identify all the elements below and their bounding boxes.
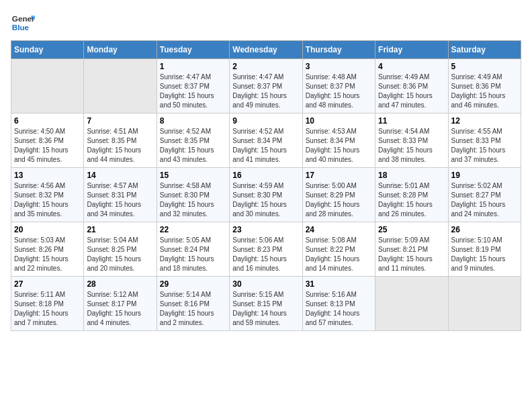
day-info: Sunrise: 4:55 AMSunset: 8:33 PMDaylight:… bbox=[451, 127, 518, 165]
day-number: 10 bbox=[306, 116, 372, 126]
weekday-header: Tuesday bbox=[157, 41, 229, 59]
calendar-day-cell: 3Sunrise: 4:48 AMSunset: 8:37 PMDaylight… bbox=[302, 59, 375, 113]
day-info: Sunrise: 5:11 AMSunset: 8:18 PMDaylight:… bbox=[14, 290, 81, 328]
day-number: 13 bbox=[14, 171, 81, 180]
calendar-day-cell: 4Sunrise: 4:49 AMSunset: 8:36 PMDaylight… bbox=[375, 59, 448, 113]
calendar-week-row: 6Sunrise: 4:50 AMSunset: 8:36 PMDaylight… bbox=[11, 113, 521, 168]
day-info: Sunrise: 4:52 AMSunset: 8:34 PMDaylight:… bbox=[232, 127, 299, 165]
day-number: 14 bbox=[87, 171, 153, 180]
day-number: 7 bbox=[87, 116, 153, 126]
header-row: SundayMondayTuesdayWednesdayThursdayFrid… bbox=[11, 41, 521, 59]
day-number: 27 bbox=[14, 279, 81, 289]
day-number: 2 bbox=[232, 62, 299, 71]
calendar-day-cell: 19Sunrise: 5:02 AMSunset: 8:27 PMDayligh… bbox=[448, 168, 521, 222]
day-info: Sunrise: 5:06 AMSunset: 8:23 PMDaylight:… bbox=[232, 236, 299, 273]
calendar-table: SundayMondayTuesdayWednesdayThursdayFrid… bbox=[11, 40, 521, 331]
day-number: 16 bbox=[232, 171, 299, 180]
weekday-header: Friday bbox=[375, 41, 448, 59]
page-header: General Blue bbox=[11, 11, 521, 35]
calendar-day-cell: 31Sunrise: 5:16 AMSunset: 8:13 PMDayligh… bbox=[302, 277, 375, 331]
calendar-day-cell: 15Sunrise: 4:58 AMSunset: 8:30 PMDayligh… bbox=[157, 168, 229, 222]
calendar-day-cell: 10Sunrise: 4:53 AMSunset: 8:34 PMDayligh… bbox=[302, 113, 375, 168]
calendar-day-cell: 20Sunrise: 5:03 AMSunset: 8:26 PMDayligh… bbox=[11, 222, 84, 277]
day-number: 24 bbox=[306, 225, 372, 234]
calendar-day-cell bbox=[448, 277, 521, 331]
day-number: 4 bbox=[378, 62, 445, 71]
day-number: 28 bbox=[87, 279, 153, 289]
calendar-week-row: 20Sunrise: 5:03 AMSunset: 8:26 PMDayligh… bbox=[11, 222, 521, 277]
calendar-day-cell: 23Sunrise: 5:06 AMSunset: 8:23 PMDayligh… bbox=[230, 222, 302, 277]
day-number: 20 bbox=[14, 225, 81, 234]
day-info: Sunrise: 4:48 AMSunset: 8:37 PMDaylight:… bbox=[306, 73, 372, 110]
calendar-day-cell: 27Sunrise: 5:11 AMSunset: 8:18 PMDayligh… bbox=[11, 277, 84, 331]
weekday-header: Sunday bbox=[11, 41, 84, 59]
calendar-day-cell: 18Sunrise: 5:01 AMSunset: 8:28 PMDayligh… bbox=[375, 168, 448, 222]
day-info: Sunrise: 4:47 AMSunset: 8:37 PMDaylight:… bbox=[160, 73, 226, 110]
day-info: Sunrise: 5:12 AMSunset: 8:17 PMDaylight:… bbox=[87, 290, 153, 328]
calendar-day-cell: 16Sunrise: 4:59 AMSunset: 8:30 PMDayligh… bbox=[230, 168, 302, 222]
day-number: 17 bbox=[306, 171, 372, 180]
day-info: Sunrise: 5:04 AMSunset: 8:25 PMDaylight:… bbox=[87, 236, 153, 273]
day-number: 19 bbox=[451, 171, 518, 180]
day-info: Sunrise: 4:47 AMSunset: 8:37 PMDaylight:… bbox=[232, 73, 299, 110]
calendar-day-cell: 8Sunrise: 4:52 AMSunset: 8:35 PMDaylight… bbox=[157, 113, 229, 168]
day-number: 31 bbox=[306, 279, 372, 289]
day-number: 22 bbox=[160, 225, 226, 234]
calendar-day-cell: 13Sunrise: 4:56 AMSunset: 8:32 PMDayligh… bbox=[11, 168, 84, 222]
day-number: 15 bbox=[160, 171, 226, 180]
weekday-header: Wednesday bbox=[230, 41, 302, 59]
weekday-header: Thursday bbox=[302, 41, 375, 59]
day-number: 18 bbox=[378, 171, 445, 180]
day-number: 26 bbox=[451, 225, 518, 234]
day-number: 25 bbox=[378, 225, 445, 234]
calendar-week-row: 27Sunrise: 5:11 AMSunset: 8:18 PMDayligh… bbox=[11, 277, 521, 331]
calendar-day-cell: 6Sunrise: 4:50 AMSunset: 8:36 PMDaylight… bbox=[11, 113, 84, 168]
day-number: 6 bbox=[14, 116, 81, 126]
day-info: Sunrise: 4:53 AMSunset: 8:34 PMDaylight:… bbox=[306, 127, 372, 165]
calendar-header: SundayMondayTuesdayWednesdayThursdayFrid… bbox=[11, 41, 521, 59]
day-info: Sunrise: 5:03 AMSunset: 8:26 PMDaylight:… bbox=[14, 236, 81, 273]
logo-icon: General Blue bbox=[11, 11, 35, 35]
calendar-body: 1Sunrise: 4:47 AMSunset: 8:37 PMDaylight… bbox=[11, 59, 521, 331]
calendar-day-cell: 26Sunrise: 5:10 AMSunset: 8:19 PMDayligh… bbox=[448, 222, 521, 277]
day-info: Sunrise: 4:50 AMSunset: 8:36 PMDaylight:… bbox=[14, 127, 81, 165]
calendar-day-cell: 30Sunrise: 5:15 AMSunset: 8:15 PMDayligh… bbox=[230, 277, 302, 331]
calendar-day-cell: 28Sunrise: 5:12 AMSunset: 8:17 PMDayligh… bbox=[84, 277, 157, 331]
day-info: Sunrise: 5:01 AMSunset: 8:28 PMDaylight:… bbox=[378, 181, 445, 219]
day-info: Sunrise: 4:49 AMSunset: 8:36 PMDaylight:… bbox=[451, 73, 518, 110]
day-info: Sunrise: 4:57 AMSunset: 8:31 PMDaylight:… bbox=[87, 181, 153, 219]
day-info: Sunrise: 5:16 AMSunset: 8:13 PMDaylight:… bbox=[306, 290, 372, 328]
day-info: Sunrise: 5:05 AMSunset: 8:24 PMDaylight:… bbox=[160, 236, 226, 273]
day-info: Sunrise: 4:56 AMSunset: 8:32 PMDaylight:… bbox=[14, 181, 81, 219]
calendar-day-cell: 12Sunrise: 4:55 AMSunset: 8:33 PMDayligh… bbox=[448, 113, 521, 168]
day-number: 11 bbox=[378, 116, 445, 126]
day-info: Sunrise: 5:09 AMSunset: 8:21 PMDaylight:… bbox=[378, 236, 445, 273]
calendar-day-cell: 25Sunrise: 5:09 AMSunset: 8:21 PMDayligh… bbox=[375, 222, 448, 277]
day-info: Sunrise: 5:15 AMSunset: 8:15 PMDaylight:… bbox=[232, 290, 299, 328]
day-info: Sunrise: 4:58 AMSunset: 8:30 PMDaylight:… bbox=[160, 181, 226, 219]
day-info: Sunrise: 5:14 AMSunset: 8:16 PMDaylight:… bbox=[160, 290, 226, 328]
day-number: 5 bbox=[451, 62, 518, 71]
calendar-day-cell: 21Sunrise: 5:04 AMSunset: 8:25 PMDayligh… bbox=[84, 222, 157, 277]
day-number: 23 bbox=[232, 225, 299, 234]
calendar-day-cell: 14Sunrise: 4:57 AMSunset: 8:31 PMDayligh… bbox=[84, 168, 157, 222]
calendar-day-cell: 29Sunrise: 5:14 AMSunset: 8:16 PMDayligh… bbox=[157, 277, 229, 331]
day-number: 30 bbox=[232, 279, 299, 289]
weekday-header: Monday bbox=[84, 41, 157, 59]
calendar-day-cell bbox=[84, 59, 157, 113]
calendar-day-cell: 22Sunrise: 5:05 AMSunset: 8:24 PMDayligh… bbox=[157, 222, 229, 277]
calendar-day-cell: 7Sunrise: 4:51 AMSunset: 8:35 PMDaylight… bbox=[84, 113, 157, 168]
calendar-day-cell: 5Sunrise: 4:49 AMSunset: 8:36 PMDaylight… bbox=[448, 59, 521, 113]
day-info: Sunrise: 5:00 AMSunset: 8:29 PMDaylight:… bbox=[306, 181, 372, 219]
day-number: 9 bbox=[232, 116, 299, 126]
calendar-day-cell: 1Sunrise: 4:47 AMSunset: 8:37 PMDaylight… bbox=[157, 59, 229, 113]
calendar-week-row: 1Sunrise: 4:47 AMSunset: 8:37 PMDaylight… bbox=[11, 59, 521, 113]
calendar-day-cell: 17Sunrise: 5:00 AMSunset: 8:29 PMDayligh… bbox=[302, 168, 375, 222]
day-info: Sunrise: 4:49 AMSunset: 8:36 PMDaylight:… bbox=[378, 73, 445, 110]
day-number: 3 bbox=[306, 62, 372, 71]
day-number: 12 bbox=[451, 116, 518, 126]
calendar-day-cell: 24Sunrise: 5:08 AMSunset: 8:22 PMDayligh… bbox=[302, 222, 375, 277]
day-number: 29 bbox=[160, 279, 226, 289]
svg-text:Blue: Blue bbox=[12, 23, 30, 32]
day-info: Sunrise: 4:59 AMSunset: 8:30 PMDaylight:… bbox=[232, 181, 299, 219]
